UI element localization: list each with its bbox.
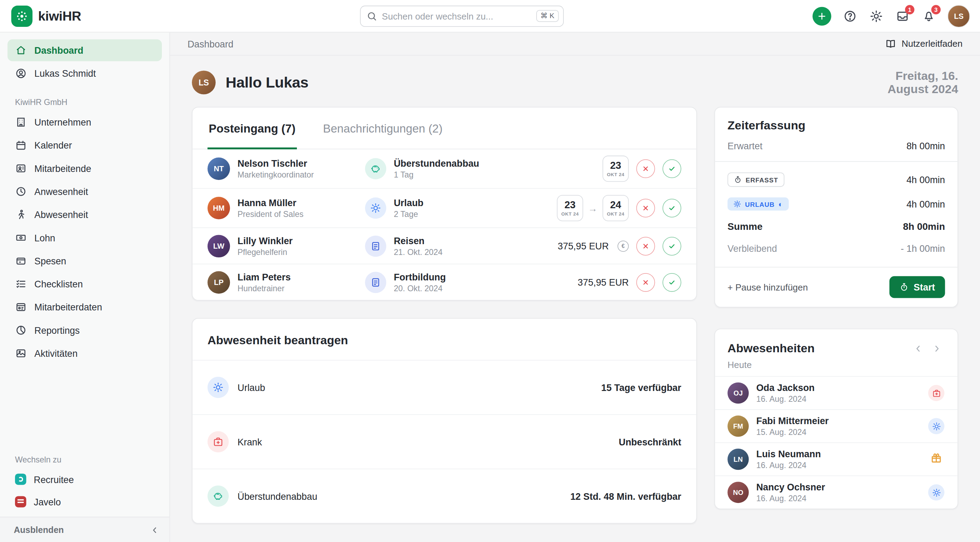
messages-badge: 1 xyxy=(905,5,915,14)
inbox-row[interactable]: HM Hanna Müller President of Sales Urlau… xyxy=(192,188,696,227)
app-logo[interactable]: kiwiHR xyxy=(11,5,81,27)
user-guide-link[interactable]: Nutzerleitfaden xyxy=(885,38,963,49)
start-timer-button[interactable]: Start xyxy=(889,276,945,298)
approve-button[interactable] xyxy=(662,199,681,218)
inbox-card: Posteingang (7) Benachrichtigungen (2) N… xyxy=(192,107,697,300)
sidebar-item-label: Lukas Schmidt xyxy=(35,68,96,78)
vacation-sun-icon xyxy=(928,484,944,501)
sick-firstaid-icon xyxy=(208,431,229,452)
sidebar-item-label: Javelo xyxy=(34,496,61,507)
approve-button[interactable] xyxy=(662,273,681,292)
chevron-left-icon xyxy=(150,525,159,535)
employee-role: Pflegehelferin xyxy=(238,247,293,257)
employee-role: President of Sales xyxy=(238,209,304,219)
approve-button[interactable] xyxy=(662,159,681,178)
sidebar-item-label: Dashboard xyxy=(35,45,83,56)
absence-row[interactable]: OJ Oda Jackson 16. Aug. 2024 xyxy=(715,376,957,409)
employee-avatar: NO xyxy=(727,482,749,503)
special-leave-gift-icon xyxy=(929,451,943,467)
stopwatch-icon xyxy=(734,175,742,183)
reject-button[interactable] xyxy=(636,237,655,255)
sidebar-item-label: Anwesenheit xyxy=(35,186,88,197)
search-input[interactable] xyxy=(360,6,564,27)
tab-posteingang[interactable]: Posteingang (7) xyxy=(208,107,297,149)
reject-button[interactable] xyxy=(636,273,655,292)
sidebar-item-profile[interactable]: Lukas Schmidt xyxy=(7,62,162,84)
absence-row[interactable]: NO Nancy Ochsner 16. Aug. 2024 xyxy=(715,475,957,509)
id-card-icon xyxy=(15,301,27,313)
approve-button[interactable] xyxy=(662,237,681,255)
walking-person-icon xyxy=(15,208,27,221)
inbox-row[interactable]: LP Liam Peters Hundetrainer Fortbildung xyxy=(192,264,696,300)
sidebar-item-checklisten[interactable]: Checklisten xyxy=(7,273,162,295)
expense-amount: 375,95 EUR xyxy=(578,277,629,288)
user-avatar[interactable]: LS xyxy=(948,5,970,27)
sidebar-item-reportings[interactable]: Reportings xyxy=(7,319,162,341)
absence-request-row-urlaub[interactable]: Urlaub 15 Tage verfügbar xyxy=(192,360,696,414)
help-icon[interactable] xyxy=(843,8,858,23)
sidebar-item-label: Abwesenheit xyxy=(35,209,88,220)
global-search: ⌘ K xyxy=(360,6,564,27)
search-shortcut-badge: ⌘ K xyxy=(536,10,558,22)
sidebar-item-spesen[interactable]: Spesen xyxy=(7,250,162,272)
employee-name: Lilly Winkler xyxy=(238,235,293,246)
reject-button[interactable] xyxy=(636,159,655,178)
inbox-tabs: Posteingang (7) Benachrichtigungen (2) xyxy=(192,107,696,149)
sidebar-item-dashboard[interactable]: Dashboard xyxy=(7,40,162,61)
sidebar-item-abwesenheit[interactable]: Abwesenheit xyxy=(7,204,162,226)
messages-inbox-icon[interactable]: 1 xyxy=(895,8,910,23)
absence-request-row-ueberstunden[interactable]: Überstundenabbau 12 Std. 48 Min. verfügb… xyxy=(192,469,696,523)
employee-role: Marketingkoordinator xyxy=(238,170,314,179)
inbox-row[interactable]: LW Lilly Winkler Pflegehelferin Reisen xyxy=(192,227,696,264)
stopwatch-icon xyxy=(899,283,909,292)
inbox-row[interactable]: NT Nelson Tischler Marketingkoordinator … xyxy=(192,149,696,188)
settings-gear-icon[interactable] xyxy=(869,8,884,23)
sun-icon xyxy=(733,200,741,208)
absences-subtitle: Heute xyxy=(727,360,945,370)
sidebar-item-anwesenheit[interactable]: Anwesenheit xyxy=(7,181,162,203)
employee-avatar: HM xyxy=(208,197,230,219)
sidebar-item-label: Recruitee xyxy=(34,474,74,485)
arrow-right-icon: → xyxy=(588,203,598,213)
prev-day-button[interactable] xyxy=(910,340,926,357)
sick-firstaid-icon xyxy=(928,385,944,401)
half-day-icon: ◐ xyxy=(778,200,783,208)
absence-request-row-krank[interactable]: Krank Unbeschränkt xyxy=(192,414,696,469)
absence-type-label: Urlaub xyxy=(238,382,265,393)
sidebar-item-recruitee[interactable]: Recruitee xyxy=(7,469,162,490)
add-pause-link[interactable]: + Pause hinzufügen xyxy=(727,282,808,292)
notifications-bell-icon[interactable]: 3 xyxy=(921,8,936,23)
sidebar-item-unternehmen[interactable]: Unternehmen xyxy=(7,111,162,133)
request-detail: 20. Okt. 2024 xyxy=(394,283,446,292)
next-day-button[interactable] xyxy=(929,340,945,357)
sidebar-item-javelo[interactable]: Javelo xyxy=(7,491,162,512)
request-detail: 21. Okt. 2024 xyxy=(394,247,443,257)
absence-row[interactable]: LN Luis Neumann 16. Aug. 2024 xyxy=(715,442,957,475)
app-name: kiwiHR xyxy=(38,8,81,23)
sidebar-item-lohn[interactable]: Lohn xyxy=(7,227,162,249)
employee-avatar: NT xyxy=(208,157,230,180)
absence-row[interactable]: FM Fabi Mittermeier 15. Aug. 2024 xyxy=(715,409,957,442)
sidebar-item-kalender[interactable]: Kalender xyxy=(7,134,162,156)
page-title: Hallo Lukas xyxy=(226,73,309,91)
employee-avatar: LN xyxy=(727,448,749,470)
date-badge: 24 OKT 24 xyxy=(603,195,629,221)
user-circle-icon xyxy=(15,67,27,79)
sidebar-item-mitarbeitende[interactable]: Mitarbeitende xyxy=(7,157,162,179)
expense-receipt-icon xyxy=(365,271,386,292)
add-button[interactable] xyxy=(813,6,831,25)
absence-date: 16. Aug. 2024 xyxy=(756,494,920,503)
card-title: Zeiterfassung xyxy=(727,119,945,132)
recorded-value: 4h 00min xyxy=(907,174,945,185)
sidebar: Dashboard Lukas Schmidt KiwiHR GmbH Unte… xyxy=(0,32,170,542)
sidebar-item-aktivitaeten[interactable]: Aktivitäten xyxy=(7,342,162,364)
sidebar-item-label: Aktivitäten xyxy=(35,348,78,359)
collapse-label: Ausblenden xyxy=(14,525,64,535)
absence-type-label: Überstundenabbau xyxy=(238,491,318,501)
sidebar-collapse-button[interactable]: Ausblenden xyxy=(0,517,169,542)
reject-button[interactable] xyxy=(636,199,655,218)
tab-benachrichtigungen[interactable]: Benachrichtigungen (2) xyxy=(322,107,444,149)
sidebar-item-mitarbeiterdaten[interactable]: Mitarbeiterdaten xyxy=(7,296,162,318)
banknote-icon xyxy=(15,232,27,244)
expense-amount: 375,95 EUR xyxy=(558,241,609,251)
